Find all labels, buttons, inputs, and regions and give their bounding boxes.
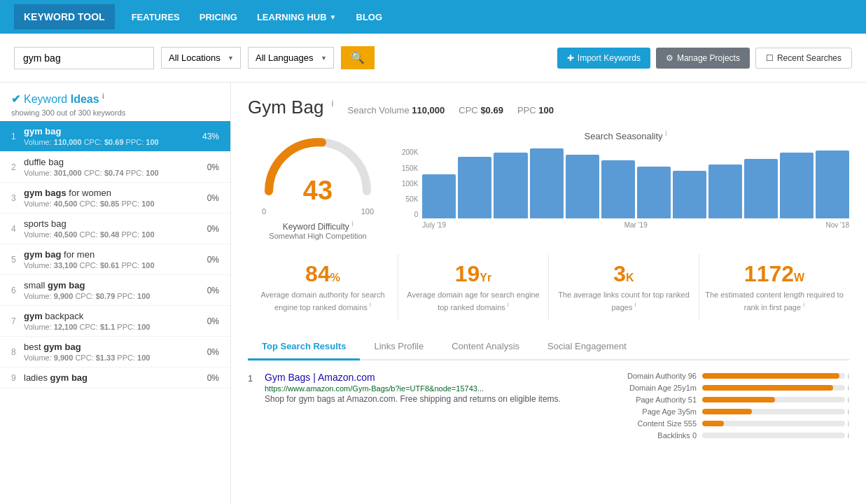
plus-icon: ✚ [567, 53, 574, 63]
item-number: 1 [11, 132, 24, 141]
search-button[interactable]: 🔍 [341, 46, 375, 69]
y-label: 200K [402, 148, 418, 156]
seasonality-section: Search Seasonality i 200K150K100K50K0 Ju… [402, 130, 849, 240]
gauge-label: Keyword Difficulty i Somewhat High Compe… [269, 220, 366, 240]
result-metric-label: Page Age 3y5m [611, 407, 702, 416]
gear-icon: ⚙ [666, 53, 673, 63]
item-content: gym bag Volume: 110,000 CPC: $0.69 PPC: … [24, 126, 202, 146]
item-number: 7 [11, 316, 24, 326]
sidebar-list-item[interactable]: 7 gym backpack Volume: 12,100 CPC: $1.1 … [0, 306, 230, 337]
metric-desc: The average links count for top ranked p… [554, 290, 693, 313]
chart-bar [708, 164, 742, 218]
result-metric-row: Page Authority 51 i [611, 396, 849, 404]
y-label: 100K [402, 180, 418, 188]
import-keywords-button[interactable]: ✚ Import Keywords [557, 48, 650, 69]
nav-brand[interactable]: KEYWORD TOOL [14, 4, 115, 29]
tab-links-profile[interactable]: Links Profile [360, 334, 438, 360]
tab-top-search-results[interactable]: Top Search Results [248, 334, 360, 360]
manage-projects-button[interactable]: ⚙ Manage Projects [656, 48, 750, 69]
gauge-range: 0 100 [262, 207, 374, 216]
sidebar-list-item[interactable]: 6 small gym bag Volume: 9,900 CPC: $0.79… [0, 275, 230, 306]
result-metric-bar-track [702, 373, 845, 379]
sidebar-list-item[interactable]: 2 duffle bag Volume: 301,000 CPC: $0.74 … [0, 152, 230, 183]
item-content: gym bags for women Volume: 40,500 CPC: $… [24, 188, 207, 208]
item-keyword: gym backpack [24, 311, 207, 321]
result-metrics: Domain Authority 96 i Domain Age 25y1m i… [597, 372, 849, 443]
metric-info-icon: i [848, 384, 849, 392]
navigation: KEYWORD TOOL FEATURES PRICING LEARNING H… [0, 0, 866, 34]
item-percentage: 0% [207, 316, 219, 326]
nav-learning-hub[interactable]: LEARNING HUB ▼ [247, 0, 347, 34]
result-metric-row: Backlinks 0 i [611, 431, 849, 440]
metric-suffix: K [626, 272, 634, 284]
item-details: Volume: 9,900 CPC: $1.33 PPC: 100 [24, 354, 207, 362]
result-metric-row: Page Age 3y5m i [611, 407, 849, 416]
nav-blog[interactable]: BLOG [347, 0, 393, 34]
item-details: Volume: 33,100 CPC: $0.61 PPC: 100 [24, 261, 207, 270]
item-content: small gym bag Volume: 9,900 CPC: $0.79 P… [24, 280, 207, 300]
language-select[interactable]: All Languages [248, 47, 334, 69]
x-label: July '19 [422, 221, 446, 229]
item-percentage: 0% [207, 286, 219, 295]
item-number: 5 [11, 255, 24, 265]
item-details: Volume: 9,900 CPC: $0.79 PPC: 100 [24, 292, 207, 300]
location-select[interactable]: All Locations [161, 47, 241, 69]
metric-info-icon: i [848, 432, 849, 440]
result-metric-bar-fill [702, 397, 775, 402]
chart-bar [494, 153, 527, 218]
sidebar: ✔ Keyword Ideas i showing 300 out of 300… [0, 83, 231, 504]
metric-info-icon: i [848, 420, 849, 428]
chart-y-labels: 200K150K100K50K0 [402, 148, 418, 218]
x-label: Mar '19 [624, 221, 648, 229]
sidebar-list-item[interactable]: 3 gym bags for women Volume: 40,500 CPC:… [0, 183, 230, 214]
y-label: 50K [402, 195, 418, 203]
item-number: 2 [11, 162, 24, 172]
item-content: ladies gym bag [24, 372, 207, 383]
sidebar-list-item[interactable]: 4 sports bag Volume: 40,500 CPC: $0.48 P… [0, 214, 230, 244]
chart-bar [780, 153, 813, 218]
metric-suffix: W [794, 272, 804, 284]
metric-suffix: % [330, 272, 340, 284]
item-content: best gym bag Volume: 9,900 CPC: $1.33 PP… [24, 342, 207, 362]
sidebar-list-item[interactable]: 8 best gym bag Volume: 9,900 CPC: $1.33 … [0, 337, 230, 368]
nav-features[interactable]: FEATURES [122, 0, 190, 34]
item-content: gym backpack Volume: 12,100 CPC: $1.1 PP… [24, 311, 207, 331]
sidebar-list-item[interactable]: 1 gym bag Volume: 110,000 CPC: $0.69 PPC… [0, 121, 230, 152]
keyword-title: Gym Bag i [248, 97, 334, 118]
chart-bar [458, 157, 491, 219]
gauge-section: 43 0 100 Keyword Difficulty i Somewhat H… [248, 130, 388, 240]
chart-bar [566, 155, 599, 218]
y-label: 0 [402, 211, 418, 218]
nav-pricing[interactable]: PRICING [190, 0, 247, 34]
recent-searches-button[interactable]: ☐ Recent Searches [755, 48, 852, 69]
metric-card: 19Yr Average domain age for search engin… [398, 254, 549, 320]
result-metric-label: Backlinks 0 [611, 431, 702, 440]
result-metric-bar-track [702, 409, 845, 414]
result-metric-row: Domain Authority 96 i [611, 372, 849, 380]
chart-x-labels: July '19Mar '19Nov '18 [422, 221, 849, 229]
tab-social-engagement[interactable]: Social Engagement [533, 334, 641, 360]
chart-bar [637, 167, 671, 218]
sidebar-list-item[interactable]: 5 gym bag for men Volume: 33,100 CPC: $0… [0, 244, 230, 275]
result-metric-label: Page Authority 51 [611, 396, 702, 404]
gauge-value: 43 [303, 176, 333, 205]
item-percentage: 0% [207, 255, 219, 265]
item-keyword: gym bags for women [24, 188, 207, 198]
result-title-link[interactable]: Gym Bags | Amazon.com [265, 372, 375, 383]
sidebar-header: ✔ Keyword Ideas i showing 300 out of 300… [0, 83, 230, 121]
metric-card: 84% Average domain authority for search … [248, 254, 398, 320]
search-input[interactable] [14, 47, 154, 69]
tab-content-analysis[interactable]: Content Analysis [438, 334, 533, 360]
check-icon: ✔ [11, 92, 20, 106]
metric-value: 1172W [705, 261, 844, 287]
chart-bar [744, 159, 778, 219]
sidebar-list-item[interactable]: 9 ladies gym bag 0% [0, 368, 230, 388]
item-percentage: 0% [207, 193, 219, 203]
metric-info-icon: i [848, 372, 849, 380]
result-number: 1 [248, 372, 265, 443]
result-metric-bar-fill [702, 385, 833, 391]
metric-desc: Average domain age for search engine top… [404, 290, 543, 313]
results-area: 1 Gym Bags | Amazon.com https://www.amaz… [248, 372, 849, 443]
result-metric-bar-fill [702, 373, 839, 379]
item-details: Volume: 40,500 CPC: $0.48 PPC: 100 [24, 230, 207, 239]
